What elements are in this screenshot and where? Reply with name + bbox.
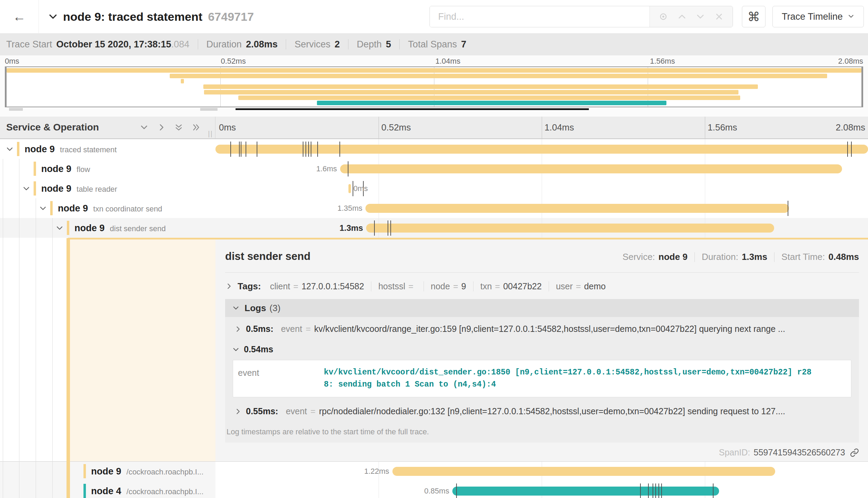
tag-key: user	[556, 281, 573, 291]
clear-icon[interactable]	[714, 12, 724, 21]
span-collapse-chevron-icon[interactable]	[22, 184, 30, 193]
tag-equals: =	[293, 281, 299, 291]
span-row[interactable]: node 9dist sender send1.3ms	[0, 218, 868, 238]
trace-collapse-toggle[interactable]	[48, 11, 58, 22]
span-duration-bar[interactable]	[348, 184, 351, 193]
span-row[interactable]: node 9traced statement	[0, 139, 868, 159]
timeline-ruler: 0ms0.52ms1.04ms1.56ms2.08ms	[215, 117, 868, 138]
collapse-all-icon[interactable]	[174, 123, 183, 132]
trace-minimap[interactable]: 0ms0.52ms1.04ms1.56ms2.08ms	[0, 55, 868, 117]
summary-value-suffix: .084	[171, 39, 189, 50]
span-log-tick	[374, 220, 375, 236]
timeline-column-headers: Service & Operation || 0ms0.52ms1.04ms1.…	[0, 117, 868, 139]
keyboard-shortcuts-button[interactable]: ⌘	[742, 6, 765, 27]
chevron-down-icon[interactable]	[696, 12, 705, 21]
span-log-tick	[311, 142, 311, 157]
log-row[interactable]: 0.55ms:event=rpc/nodedialer/nodedialer.g…	[225, 399, 859, 421]
back-button[interactable]: ←	[0, 0, 39, 33]
span-rows-area: node 9traced statementnode 9flow1.6msnod…	[0, 139, 868, 498]
span-log-tick	[303, 142, 303, 157]
service-name[interactable]: node 9traced statement	[25, 144, 117, 154]
locate-icon[interactable]	[658, 12, 668, 21]
service-name[interactable]: node 9flow	[41, 163, 90, 174]
log-field-value: kv/kvclient/kvcoord/range_iter.go:159 [n…	[314, 324, 785, 334]
collapse-one-icon[interactable]	[140, 123, 149, 132]
span-duration-bar[interactable]	[365, 204, 789, 213]
minimap-scrubber-handle[interactable]	[9, 108, 23, 111]
span-log-tick	[851, 142, 852, 157]
span-row[interactable]: node 9/cockroach.roachpb.I...1.22ms	[0, 461, 868, 481]
operation-name: table reader	[77, 184, 117, 193]
span-duration-bar[interactable]	[215, 145, 868, 154]
expand-all-icon[interactable]	[192, 123, 201, 132]
deep-link-icon[interactable]	[850, 448, 859, 457]
tag-value: 127.0.0.1:54582	[301, 281, 364, 291]
service-name[interactable]: node 4/cockroach.roachpb.I...	[91, 486, 204, 496]
column-resize-grip[interactable]: ||	[208, 130, 213, 138]
expand-one-icon[interactable]	[157, 123, 166, 132]
chevron-right-icon	[234, 408, 242, 415]
span-log-tick	[353, 181, 353, 196]
operation-name: /cockroach.roachpb.I...	[126, 487, 204, 496]
span-duration-bar[interactable]	[452, 487, 719, 496]
log-row[interactable]: 0.5ms:event=kv/kvclient/kvcoord/range_it…	[225, 317, 859, 339]
span-duration-bar[interactable]	[366, 224, 774, 233]
span-detail-panel: dist sender send Service: node 9 Duratio…	[0, 238, 868, 461]
service-name[interactable]: node 9txn coordinator send	[58, 203, 162, 214]
minimap-viewport[interactable]	[5, 66, 863, 107]
minimap-window-indicator[interactable]	[236, 108, 589, 110]
tag-key: node	[431, 281, 450, 291]
service-name[interactable]: node 9dist sender send	[74, 223, 166, 233]
operation-name: traced statement	[60, 145, 117, 154]
span-id-row: SpanID: 5597415943526560273	[225, 447, 859, 458]
span-row[interactable]: node 9table reader0ms	[0, 179, 868, 198]
tag-key: hostssl	[378, 281, 405, 291]
span-log-tick	[246, 142, 246, 157]
detail-content: dist sender send Service: node 9 Duratio…	[215, 238, 868, 461]
span-log-tick	[339, 142, 340, 157]
log-field-value: rpc/nodedialer/nodedialer.go:132 [n9,cli…	[319, 406, 785, 416]
chevron-right-icon	[225, 282, 233, 290]
log-field-key: event	[281, 324, 302, 334]
span-duration-label: 1.22ms	[364, 467, 389, 476]
tag-value: demo	[584, 281, 606, 291]
log-field-key: event	[286, 406, 307, 416]
logs-header[interactable]: Logs (3)	[225, 299, 859, 317]
service-color-bar	[83, 484, 86, 498]
tags-title: Tags:	[238, 281, 261, 292]
span-id-label: SpanID:	[719, 447, 750, 458]
minimap-tick-label: 0ms	[5, 57, 19, 66]
tag-key: txn	[480, 281, 492, 291]
span-collapse-chevron-icon[interactable]	[6, 145, 14, 153]
log-row-expanded-header[interactable]: 0.54ms	[225, 339, 859, 354]
span-duration-bar[interactable]	[392, 467, 776, 476]
ruler-tick-label: 1.56ms	[708, 122, 737, 133]
view-select-button[interactable]: Trace Timeline	[772, 6, 864, 27]
span-duration-label: 1.6ms	[316, 164, 337, 173]
span-row[interactable]: node 4/cockroach.roachpb.I...0.85ms	[0, 481, 868, 498]
span-row[interactable]: node 9flow1.6ms	[0, 159, 868, 179]
log-equals: =	[305, 324, 311, 334]
log-field-key: event	[238, 366, 324, 391]
span-log-tick	[317, 142, 318, 157]
span-log-tick	[640, 483, 641, 498]
detail-starttime-label: Start Time:	[781, 252, 825, 262]
minimap-scrubber-handle[interactable]	[200, 108, 218, 111]
find-input[interactable]	[430, 6, 649, 27]
minimap-span-bar	[238, 96, 740, 100]
service-name[interactable]: node 9table reader	[41, 183, 117, 194]
minimap-span-bar	[181, 79, 184, 83]
tags-row[interactable]: Tags: client=127.0.0.1:54582hostssl=node…	[225, 278, 859, 295]
span-duration-bar[interactable]	[340, 164, 842, 173]
operation-name: dist sender send	[110, 224, 166, 233]
detail-accent-bar	[68, 238, 868, 239]
chevron-up-icon[interactable]	[677, 12, 687, 21]
detail-divider	[225, 272, 859, 273]
service-name[interactable]: node 9/cockroach.roachpb.I...	[91, 466, 204, 477]
span-collapse-chevron-icon[interactable]	[39, 204, 47, 212]
detail-duration-value: 1.3ms	[742, 252, 767, 262]
span-log-tick	[653, 483, 653, 498]
span-collapse-chevron-icon[interactable]	[55, 224, 64, 232]
span-duration-label: 1.3ms	[339, 223, 363, 233]
span-row[interactable]: node 9txn coordinator send1.35ms	[0, 198, 868, 218]
